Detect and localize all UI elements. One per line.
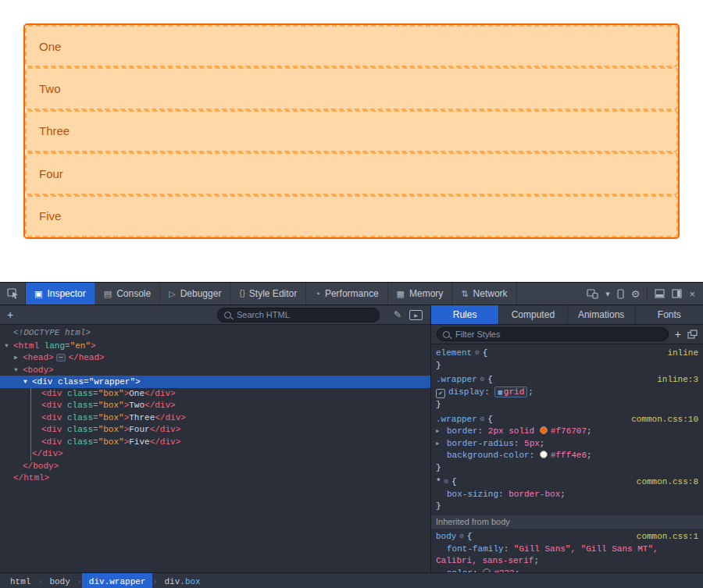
markup-node[interactable]: </body> bbox=[0, 461, 430, 473]
colon: : bbox=[504, 544, 514, 554]
rule-source-link[interactable]: inline bbox=[667, 347, 698, 360]
play-box-icon[interactable]: ▶ bbox=[409, 310, 423, 320]
caret-down-icon[interactable]: ▾ bbox=[605, 290, 610, 298]
expander-icon[interactable]: ▼ bbox=[14, 364, 23, 376]
markup-node[interactable]: <div class="box">Five</div> bbox=[0, 437, 430, 449]
eyedropper-icon[interactable]: ✎ bbox=[394, 310, 401, 319]
markup-tag: </div> bbox=[155, 413, 186, 422]
color-swatch[interactable] bbox=[540, 426, 548, 434]
filter-box[interactable] bbox=[437, 327, 669, 341]
play-glyph: ▶ bbox=[414, 312, 418, 318]
tab-debugger[interactable]: ▷Debugger bbox=[160, 283, 230, 305]
sidebar-tab-fonts[interactable]: Fonts bbox=[636, 305, 703, 324]
tab-performance[interactable]: ◔Performance bbox=[306, 283, 387, 305]
markup-tag: </div> bbox=[150, 425, 181, 434]
color-swatch[interactable] bbox=[483, 568, 491, 573]
sidebar-tab-rules[interactable]: Rules bbox=[431, 305, 499, 324]
tab-memory[interactable]: ▦Memory bbox=[388, 283, 453, 305]
markup-node[interactable]: </html> bbox=[0, 472, 430, 485]
expand-shorthand-icon[interactable]: ▶ bbox=[436, 438, 447, 451]
markup-eq: = bbox=[93, 425, 98, 434]
rule-source-link[interactable]: inline:3 bbox=[657, 374, 698, 387]
markup-node[interactable]: <!DOCTYPE html> bbox=[0, 327, 430, 340]
tab-network[interactable]: ⇅Network bbox=[452, 283, 516, 305]
css-declaration[interactable]: box-sizing: border-box; bbox=[431, 489, 703, 501]
selector-highlighter-icon[interactable]: ⚙ bbox=[480, 376, 484, 383]
search-input[interactable] bbox=[235, 309, 373, 320]
rule-source-link[interactable]: common.css:8 bbox=[637, 476, 698, 489]
expander-icon[interactable]: ▼ bbox=[5, 340, 13, 352]
markup-attr: class bbox=[62, 389, 93, 398]
rule-selector[interactable]: element bbox=[436, 347, 472, 360]
markup-node[interactable]: <div class="box">One</div> bbox=[0, 388, 430, 401]
property-name: box-sizing bbox=[447, 490, 498, 499]
rule-header: .wrapper⚙ {common.css:10 bbox=[431, 414, 703, 426]
breadcrumb-item-div.wrapper[interactable]: div.wrapper bbox=[82, 573, 153, 588]
rule-selector[interactable]: * bbox=[436, 476, 441, 489]
dock-bottom-icon[interactable] bbox=[655, 289, 665, 298]
property-name: font-family bbox=[447, 544, 504, 554]
declaration-checkbox[interactable]: ✓ bbox=[436, 389, 445, 398]
inspector-icon: ▣ bbox=[34, 290, 42, 298]
selector-highlighter-icon[interactable]: ⚙ bbox=[444, 479, 448, 486]
rule-source-link[interactable]: common.css:1 bbox=[637, 531, 698, 543]
grid-toggle-badge[interactable]: ▦grid bbox=[494, 387, 527, 397]
css-declaration[interactable]: color: #333; bbox=[431, 568, 703, 573]
markup-text: Three bbox=[129, 413, 155, 422]
breadcrumb-item-div.box[interactable]: div.box bbox=[157, 573, 207, 588]
markup-tag: </div> bbox=[32, 449, 63, 458]
tab-inspector[interactable]: ▣Inspector bbox=[26, 283, 95, 305]
sidebar-tab-computed[interactable]: Computed bbox=[499, 305, 567, 324]
markup-node[interactable]: <div class="box">Two</div> bbox=[0, 400, 430, 412]
add-rule-button[interactable]: + bbox=[675, 329, 681, 340]
add-node-button[interactable]: + bbox=[0, 308, 20, 321]
devtools-main: + ✎ ▶ <!DOCTYPE html>▼<html lang="en">▶<… bbox=[0, 305, 703, 572]
markup-node[interactable]: ▶<head>⋯</head> bbox=[0, 351, 430, 364]
pick-element-button[interactable] bbox=[0, 283, 26, 305]
markup-tag: <head> bbox=[23, 353, 54, 362]
search-box[interactable] bbox=[217, 308, 380, 323]
search-icon bbox=[224, 312, 231, 319]
class-panel-icon[interactable] bbox=[687, 330, 698, 339]
rule-selector[interactable]: .wrapper bbox=[436, 414, 477, 426]
expander-icon[interactable]: ▶ bbox=[14, 351, 23, 364]
sidebar-tab-animations[interactable]: Animations bbox=[568, 305, 636, 324]
expand-shorthand-icon[interactable]: ▶ bbox=[436, 426, 447, 438]
markup-node[interactable]: </div> bbox=[0, 448, 430, 461]
css-declaration[interactable]: ▶border-radius: 5px; bbox=[431, 438, 703, 451]
css-declaration[interactable]: background-color: #fff4e6; bbox=[431, 450, 703, 462]
markup-node[interactable]: ▼<html lang="en"> bbox=[0, 340, 430, 352]
settings-icon[interactable]: ⚙ bbox=[631, 289, 641, 299]
rule-selector[interactable]: body bbox=[436, 531, 456, 543]
css-declaration[interactable]: font-family: "Gill Sans", "Gill Sans MT"… bbox=[431, 543, 703, 568]
markup-node[interactable]: <div class="box">Four</div> bbox=[0, 424, 430, 437]
color-swatch[interactable] bbox=[540, 451, 548, 458]
selector-highlighter-icon[interactable]: ⚙ bbox=[480, 416, 484, 423]
performance-icon: ◔ bbox=[315, 290, 320, 298]
css-declaration[interactable]: ▶border: 2px solid #f76707; bbox=[431, 426, 703, 438]
breadcrumb-item-html[interactable]: html bbox=[3, 573, 37, 588]
device-icon[interactable] bbox=[617, 289, 624, 299]
filter-styles-input[interactable] bbox=[454, 329, 662, 340]
close-icon[interactable]: × bbox=[689, 289, 695, 299]
markup-node[interactable]: ▼<div class="wrapper"> bbox=[0, 376, 430, 388]
rule-selector[interactable]: .wrapper bbox=[436, 374, 477, 387]
markup-node[interactable]: ▼<body> bbox=[0, 364, 430, 376]
breadcrumb-tag: div bbox=[89, 577, 105, 586]
tab-style-editor[interactable]: { }Style Editor bbox=[230, 283, 306, 305]
tab-label: Debugger bbox=[180, 288, 222, 299]
expander-icon[interactable]: ▼ bbox=[23, 376, 32, 388]
selector-highlighter-icon[interactable]: ⚙ bbox=[459, 533, 463, 540]
close-brace: } bbox=[431, 360, 703, 372]
responsive-design-icon[interactable] bbox=[587, 289, 598, 299]
dock-side-icon[interactable] bbox=[672, 289, 682, 298]
breadcrumb-item-body[interactable]: body bbox=[42, 573, 77, 588]
markup-str: "en" bbox=[70, 341, 91, 351]
markup-tag: <div bbox=[41, 413, 62, 422]
rule-source-link[interactable]: common.css:10 bbox=[631, 414, 698, 426]
tab-console[interactable]: ▤Console bbox=[95, 283, 160, 305]
markup-node[interactable]: <div class="box">Three</div> bbox=[0, 412, 430, 425]
css-declaration[interactable]: ✓display: ▦grid; bbox=[431, 387, 703, 400]
grid-box: One bbox=[25, 25, 678, 67]
selector-highlighter-icon[interactable]: ⚙ bbox=[475, 350, 479, 357]
